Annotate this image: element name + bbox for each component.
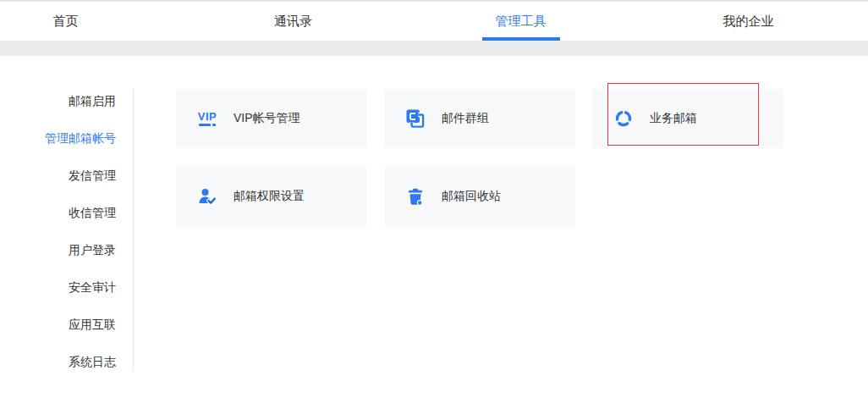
tab-admin-tools-label: 管理工具 — [496, 14, 547, 30]
card-label: 业务邮箱 — [650, 111, 697, 126]
header-separator-band — [0, 41, 868, 56]
sidebar-item-mailbox-enable[interactable]: 邮箱启用 — [0, 82, 116, 119]
trash-bin-icon — [401, 186, 430, 207]
overlapping-squares-icon — [401, 108, 430, 129]
tab-admin-tools[interactable]: 管理工具 — [407, 2, 635, 41]
card-mailbox-permission-settings[interactable]: 邮箱权限设置 — [176, 167, 367, 226]
card-business-mailbox[interactable]: 业务邮箱 — [592, 89, 783, 148]
sidebar-item-outbound-management[interactable]: 发信管理 — [0, 157, 116, 194]
card-label: 邮箱回收站 — [442, 189, 501, 204]
nav-tabs: 首页 通讯录 管理工具 我的企业 — [0, 2, 868, 41]
sidebar-item-app-integration[interactable]: 应用互联 — [0, 306, 116, 343]
sidebar-divider — [133, 89, 134, 371]
content-area: 邮箱启用 管理邮箱帐号 发信管理 收信管理 用户登录 安全审计 应用互联 系统日… — [0, 56, 868, 409]
card-mail-groups[interactable]: 邮件群组 — [384, 89, 575, 148]
sidebar: 邮箱启用 管理邮箱帐号 发信管理 收信管理 用户登录 安全审计 应用互联 系统日… — [0, 82, 116, 380]
card-label: VIP帐号管理 — [233, 111, 300, 126]
sidebar-item-system-log[interactable]: 系统日志 — [0, 343, 116, 380]
tool-cards: VIP VIP帐号管理 邮件群组 — [176, 89, 783, 226]
card-label: 邮箱权限设置 — [233, 189, 305, 204]
sidebar-item-manage-mailbox-accounts[interactable]: 管理邮箱帐号 — [0, 119, 116, 157]
exmail-admin-page: 首页 通讯录 管理工具 我的企业 邮箱启用 管理邮箱帐号 发信管理 收信管理 用… — [0, 0, 868, 409]
vip-icon-text: VIP — [198, 111, 217, 122]
card-vip-account-management[interactable]: VIP VIP帐号管理 — [176, 89, 367, 148]
sidebar-item-security-audit[interactable]: 安全审计 — [0, 268, 116, 306]
tab-contacts[interactable]: 通讯录 — [179, 2, 407, 41]
tab-contacts-label: 通讯录 — [274, 14, 312, 30]
user-check-icon — [193, 186, 222, 207]
tab-my-enterprise[interactable]: 我的企业 — [635, 2, 862, 41]
tab-home[interactable]: 首页 — [0, 2, 179, 41]
tab-home-label: 首页 — [53, 14, 79, 30]
circular-arrows-icon — [609, 109, 638, 128]
tab-my-enterprise-label: 我的企业 — [723, 14, 774, 30]
sidebar-item-user-login[interactable]: 用户登录 — [0, 231, 116, 268]
top-navigation: 首页 通讯录 管理工具 我的企业 — [0, 0, 868, 41]
card-mailbox-recycle-bin[interactable]: 邮箱回收站 — [384, 167, 575, 226]
vip-icon: VIP — [193, 111, 222, 126]
card-label: 邮件群组 — [442, 111, 489, 126]
sidebar-item-inbound-management[interactable]: 收信管理 — [0, 194, 116, 231]
